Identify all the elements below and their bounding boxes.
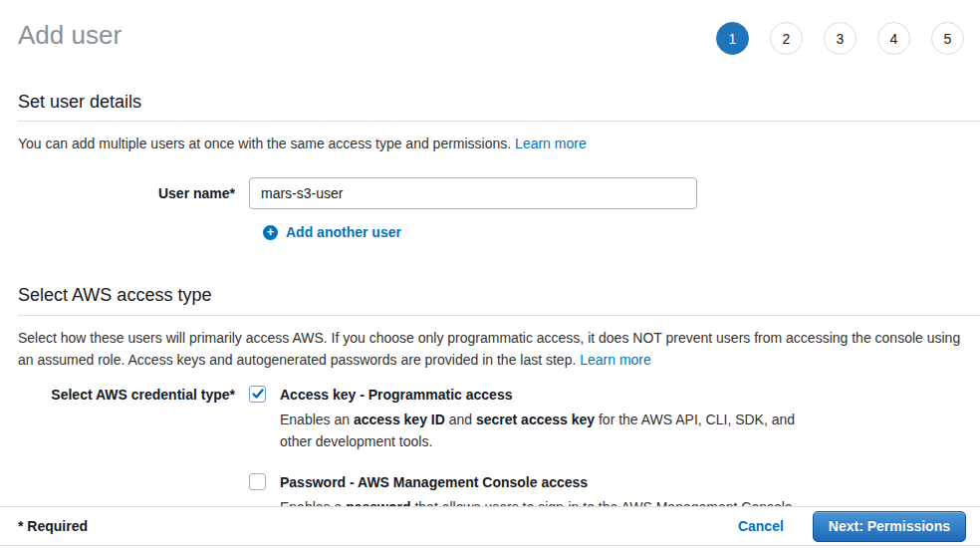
password-option-label: Password - AWS Management Console access bbox=[280, 473, 797, 491]
footer-actions: Cancel Next: Permissions bbox=[738, 511, 966, 542]
username-row: User name* bbox=[18, 177, 970, 209]
user-details-heading: Set user details bbox=[18, 91, 970, 114]
step-circle-5: 5 bbox=[931, 22, 964, 55]
add-another-user-label: Add another user bbox=[286, 224, 401, 240]
step-circle-3: 3 bbox=[824, 22, 857, 55]
access-type-intro: Select how these users will primarily ac… bbox=[18, 327, 970, 371]
step-circle-4: 4 bbox=[877, 22, 910, 55]
page-title: Add user bbox=[18, 20, 122, 51]
next-permissions-button[interactable]: Next: Permissions bbox=[813, 511, 966, 542]
required-note: * Required bbox=[18, 518, 88, 534]
username-label: User name* bbox=[18, 185, 249, 201]
access-type-heading: Select AWS access type bbox=[18, 284, 970, 307]
user-details-intro: You can add multiple users at once with … bbox=[18, 133, 970, 154]
page-content: Add user 1 2 3 4 5 Set user details You … bbox=[0, 0, 980, 518]
credential-options: Access key - Programmatic access Enables… bbox=[249, 386, 830, 518]
access-type-learn-more-link[interactable]: Learn more bbox=[580, 352, 651, 368]
password-checkbox[interactable] bbox=[249, 473, 266, 490]
cancel-button[interactable]: Cancel bbox=[738, 518, 784, 534]
wizard-footer: * Required Cancel Next: Permissions bbox=[0, 506, 980, 546]
option-access-key-text: Access key - Programmatic access Enables… bbox=[280, 386, 830, 452]
access-key-checkbox[interactable] bbox=[249, 386, 266, 403]
step-indicator: 1 2 3 4 5 bbox=[716, 22, 964, 55]
checkmark-icon bbox=[252, 388, 264, 400]
credential-type-label: Select AWS credential type* bbox=[18, 386, 249, 403]
access-type-intro-text: Select how these users will primarily ac… bbox=[18, 330, 960, 368]
user-details-intro-text: You can add multiple users at once with … bbox=[18, 136, 511, 151]
plus-circle-icon: + bbox=[263, 225, 278, 240]
user-details-learn-more-link[interactable]: Learn more bbox=[515, 136, 587, 151]
section-user-details: Set user details You can add multiple us… bbox=[18, 91, 970, 240]
add-another-user-button[interactable]: + Add another user bbox=[263, 224, 401, 240]
add-user-wizard-page: Add user 1 2 3 4 5 Set user details You … bbox=[0, 0, 980, 554]
section-divider bbox=[18, 315, 980, 316]
step-circle-1: 1 bbox=[716, 22, 749, 55]
page-header: Add user 1 2 3 4 5 bbox=[18, 14, 970, 55]
access-key-option-label: Access key - Programmatic access bbox=[280, 386, 830, 404]
option-access-key: Access key - Programmatic access Enables… bbox=[249, 386, 830, 452]
section-access-type: Select AWS access type Select how these … bbox=[18, 284, 970, 517]
username-input[interactable] bbox=[249, 177, 697, 209]
access-key-option-description: Enables an access key ID and secret acce… bbox=[280, 409, 830, 452]
step-circle-2: 2 bbox=[770, 22, 803, 55]
section-divider bbox=[18, 121, 980, 122]
credential-type-row: Select AWS credential type* Access key -… bbox=[18, 386, 970, 518]
